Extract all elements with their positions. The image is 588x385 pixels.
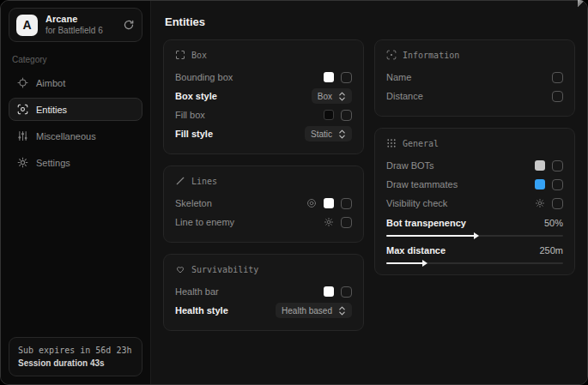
setting-row-draw-bots: Draw BOTs xyxy=(386,156,563,175)
information-section-header: Information xyxy=(386,50,563,60)
row-label: Visibility check xyxy=(386,198,447,208)
setting-row-bounding-box: Bounding box xyxy=(175,68,352,87)
color-swatch[interactable] xyxy=(324,110,334,120)
category-label: Category xyxy=(12,55,139,64)
sync-icon[interactable] xyxy=(123,19,135,31)
dropdown-value: Health based xyxy=(282,306,332,316)
chevron-up-down-icon xyxy=(338,129,346,139)
color-swatch[interactable] xyxy=(535,179,545,189)
general-section-header: General xyxy=(386,138,563,148)
box-frame-icon xyxy=(175,50,185,60)
mouse-cursor xyxy=(578,0,586,7)
sidebar-item-label: Aimbot xyxy=(36,78,65,88)
setting-row-health-bar: Health bar xyxy=(175,282,352,301)
setting-row-skeleton: Skeleton xyxy=(175,194,352,213)
slider-fill xyxy=(386,262,423,264)
brand-text: Arcane for Battlefield 6 xyxy=(45,14,115,36)
sidebar-item-settings[interactable]: Settings xyxy=(9,151,142,174)
setting-row-visibility-check: Visibility check xyxy=(386,194,563,213)
max-distance-group: Max distance 250m xyxy=(386,242,563,264)
setting-row-draw-teammates: Draw teammates xyxy=(386,175,563,194)
checkbox[interactable] xyxy=(552,179,563,190)
sidebar-item-label: Settings xyxy=(36,158,70,168)
lines-section-header: Lines xyxy=(175,176,352,186)
checkbox[interactable] xyxy=(552,160,563,171)
section-title: Information xyxy=(403,51,459,60)
gear-icon[interactable] xyxy=(535,198,545,208)
dot-grid-icon xyxy=(386,138,397,148)
heart-icon xyxy=(175,264,185,274)
info-scan-icon xyxy=(386,50,397,60)
crosshair-icon xyxy=(17,77,28,88)
app-name: Arcane xyxy=(45,14,115,26)
checkbox[interactable] xyxy=(552,91,563,102)
information-card: Information Name Distance xyxy=(374,39,575,117)
checkbox[interactable] xyxy=(552,72,563,83)
checkbox[interactable] xyxy=(341,217,352,228)
slider-value: 50% xyxy=(544,218,563,228)
sidebar-nav: Aimbot Entities xyxy=(9,71,142,174)
row-label: Health bar xyxy=(175,286,219,297)
setting-row-name: Name xyxy=(386,68,563,87)
setting-row-health-style: Health style Health based xyxy=(175,301,352,320)
sliders-icon xyxy=(17,130,28,141)
slider-fill xyxy=(386,235,475,237)
row-label: Health style xyxy=(175,305,228,316)
row-label: Name xyxy=(386,72,411,82)
row-label: Line to enemy xyxy=(175,217,234,227)
checkbox[interactable] xyxy=(552,198,563,209)
section-title: Box xyxy=(191,51,207,60)
general-card: General Draw BOTs Draw teammates xyxy=(374,128,575,275)
app-subtitle: for Battlefield 6 xyxy=(45,26,115,37)
color-swatch[interactable] xyxy=(535,160,545,171)
sidebar-spacer xyxy=(9,174,142,337)
right-column: Information Name Distance xyxy=(374,39,575,275)
slider-thumb[interactable] xyxy=(422,260,427,267)
checkbox[interactable] xyxy=(341,110,352,121)
chevron-up-down-icon xyxy=(338,306,346,316)
row-label: Draw teammates xyxy=(386,179,458,189)
checkbox[interactable] xyxy=(341,198,352,209)
line-icon xyxy=(175,176,185,186)
health-style-dropdown[interactable]: Health based xyxy=(276,303,352,318)
max-distance-slider[interactable] xyxy=(386,262,563,264)
row-label: Skeleton xyxy=(175,198,212,208)
gear-icon[interactable] xyxy=(306,198,317,208)
sidebar-item-miscellaneous[interactable]: Miscellaneous xyxy=(9,124,142,147)
gear-icon[interactable] xyxy=(324,217,334,227)
subscription-card: Sub expires in 56d 23h Session duration … xyxy=(9,337,142,376)
survivability-section-header: Survivability xyxy=(175,264,352,274)
content-columns: Box Bounding box Box style Box xyxy=(163,39,575,331)
checkbox[interactable] xyxy=(341,286,352,298)
slider-thumb[interactable] xyxy=(474,232,479,239)
box-style-dropdown[interactable]: Box xyxy=(312,88,352,104)
color-swatch[interactable] xyxy=(324,286,334,297)
sidebar-item-entities[interactable]: Entities xyxy=(9,98,142,121)
app-logo: A xyxy=(16,15,38,36)
color-swatch[interactable] xyxy=(324,72,334,82)
fill-style-dropdown[interactable]: Static xyxy=(305,126,352,141)
row-label: Draw BOTs xyxy=(386,160,434,171)
setting-row-fill-box: Fill box xyxy=(175,105,352,124)
sidebar-item-aimbot[interactable]: Aimbot xyxy=(9,71,142,94)
bot-transparency-slider[interactable] xyxy=(386,235,563,237)
sidebar-item-label: Entities xyxy=(36,105,67,115)
setting-row-fill-style: Fill style Static xyxy=(175,124,352,143)
survivability-card: Survivability Health bar Health style He… xyxy=(163,254,364,331)
box-card: Box Bounding box Box style Box xyxy=(163,39,364,154)
sidebar-item-label: Miscellaneous xyxy=(36,131,96,141)
section-title: General xyxy=(403,139,439,148)
color-swatch[interactable] xyxy=(324,198,334,208)
setting-row-line-to-enemy: Line to enemy xyxy=(175,213,352,232)
app-window: A Arcane for Battlefield 6 Category xyxy=(0,0,588,385)
gear-icon xyxy=(17,157,28,168)
main-panel: Entities Box Bounding box xyxy=(151,1,587,384)
slider-label: Max distance xyxy=(386,245,446,256)
lines-card: Lines Skeleton xyxy=(163,165,364,243)
row-label: Box style xyxy=(175,91,217,101)
setting-row-box-style: Box style Box xyxy=(175,87,352,105)
section-title: Survivability xyxy=(191,265,258,274)
setting-row-distance: Distance xyxy=(386,87,563,105)
left-column: Box Bounding box Box style Box xyxy=(163,39,364,331)
checkbox[interactable] xyxy=(341,72,352,83)
